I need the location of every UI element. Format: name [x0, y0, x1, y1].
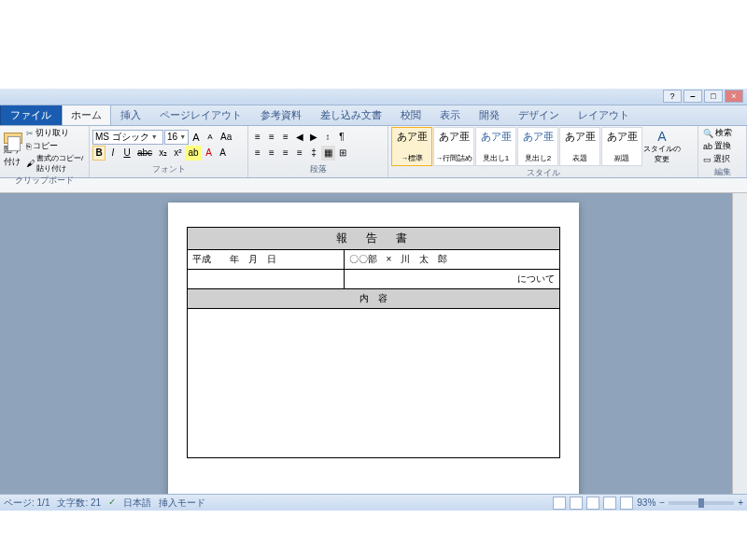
dec-indent-button[interactable]: ◀	[293, 130, 306, 145]
font-name-combo[interactable]: MS ゴシック▼	[92, 130, 163, 145]
status-words[interactable]: 文字数: 21	[57, 497, 101, 510]
style-nospacing[interactable]: あア亜→行間詰め	[433, 127, 474, 166]
ribbon-tabs: ファイル ホーム 挿入 ページレイアウト 参考資料 差し込み文書 校閲 表示 開…	[0, 105, 747, 126]
zoom-thumb[interactable]	[698, 498, 704, 508]
grow-font-button[interactable]: A	[190, 130, 203, 145]
shading-button[interactable]: ▦	[321, 146, 335, 161]
change-case-button[interactable]: Aa	[218, 130, 234, 145]
date-cell[interactable]: 平成 年 月 日	[188, 250, 345, 270]
bold-button[interactable]: B	[92, 146, 106, 161]
report-table[interactable]: 報 告 書 平成 年 月 日 〇〇部 × 川 太 郎 について 内 容	[187, 227, 560, 458]
borders-button[interactable]: ⊞	[336, 146, 349, 161]
view-web-button[interactable]	[586, 497, 599, 510]
tab-file[interactable]: ファイル	[0, 105, 62, 125]
contents-body-cell[interactable]	[188, 309, 560, 458]
show-marks-button[interactable]: ¶	[335, 130, 348, 145]
strike-button[interactable]: abc	[134, 146, 155, 161]
underline-button[interactable]: U	[120, 146, 134, 161]
highlight-button[interactable]: ab	[185, 146, 201, 161]
vertical-scrollbar[interactable]	[732, 193, 747, 529]
tab-developer[interactable]: 開発	[470, 105, 509, 125]
bottom-whitespace	[0, 511, 747, 560]
font-color-button[interactable]: A	[203, 146, 216, 161]
zoom-in-button[interactable]: +	[738, 497, 743, 508]
group-label-clipboard: クリップボード	[3, 174, 86, 188]
tab-design[interactable]: デザイン	[509, 105, 569, 125]
style-title[interactable]: あア亜表題	[559, 127, 600, 166]
view-print-button[interactable]	[553, 497, 566, 510]
document-canvas[interactable]: 報 告 書 平成 年 月 日 〇〇部 × 川 太 郎 について 内 容	[0, 193, 747, 529]
sort-button[interactable]: ↕	[321, 130, 334, 145]
status-page[interactable]: ページ: 1/1	[4, 497, 49, 510]
help-button[interactable]: ?	[663, 90, 682, 103]
char-shading-button[interactable]: A	[217, 146, 230, 161]
close-button[interactable]: ×	[725, 90, 743, 103]
font-size-combo[interactable]: 16▼	[164, 130, 189, 145]
copy-icon: ⎘	[26, 142, 31, 151]
subscript-button[interactable]: x₂	[156, 146, 170, 161]
maximize-button[interactable]: □	[704, 90, 723, 103]
bullets-button[interactable]: ≡	[251, 130, 264, 145]
style-heading2[interactable]: あア亜見出し2	[517, 127, 558, 166]
tab-pagelayout[interactable]: ページレイアウト	[150, 105, 251, 125]
tab-references[interactable]: 参考資料	[251, 105, 311, 125]
brush-icon: 🖌	[26, 159, 35, 168]
top-whitespace	[0, 0, 747, 89]
cut-button[interactable]: ✂切り取り	[24, 127, 86, 139]
cursor-icon: ▭	[703, 155, 712, 164]
align-left-button[interactable]: ≡	[251, 146, 264, 161]
find-button[interactable]: 🔍検索	[701, 127, 734, 139]
paste-button[interactable]: 貼り付け	[3, 132, 23, 169]
style-normal[interactable]: あア亜→標準	[391, 127, 432, 166]
superscript-button[interactable]: x²	[171, 146, 184, 161]
tab-mailings[interactable]: 差し込み文書	[311, 105, 391, 125]
scissors-icon: ✂	[26, 129, 34, 138]
style-subtitle[interactable]: あア亜副題	[601, 127, 642, 166]
multilevel-button[interactable]: ≡	[279, 130, 292, 145]
align-right-button[interactable]: ≡	[279, 146, 292, 161]
change-styles-button[interactable]: A スタイルの 変更	[643, 128, 681, 165]
blank-cell[interactable]	[188, 270, 345, 289]
view-read-button[interactable]	[570, 497, 583, 510]
format-painter-button[interactable]: 🖌書式のコピー/貼り付け	[24, 153, 86, 174]
ruler[interactable]	[0, 178, 747, 193]
status-mode[interactable]: 挿入モード	[159, 497, 205, 510]
group-label-edit: 編集	[701, 165, 743, 179]
view-draft-button[interactable]	[620, 497, 633, 510]
chevron-down-icon: ▼	[179, 133, 186, 140]
line-spacing-button[interactable]: ‡	[307, 146, 320, 161]
status-proof-icon[interactable]: ✓	[108, 497, 116, 510]
numbering-button[interactable]: ≡	[265, 130, 278, 145]
style-heading1[interactable]: あア亜見出し1	[475, 127, 516, 166]
justify-button[interactable]: ≡	[293, 146, 306, 161]
doc-title-cell[interactable]: 報 告 書	[188, 228, 560, 250]
ribbon: 貼り付け ✂切り取り ⎘コピー 🖌書式のコピー/貼り付け クリップボード MS …	[0, 126, 747, 178]
tab-insert[interactable]: 挿入	[111, 105, 150, 125]
contents-header-cell[interactable]: 内 容	[188, 289, 560, 309]
replace-icon: ab	[703, 142, 712, 151]
group-label-styles: スタイル	[391, 166, 695, 180]
shrink-font-button[interactable]: A	[204, 130, 217, 145]
zoom-out-button[interactable]: −	[659, 497, 665, 508]
chevron-down-icon: ▼	[151, 133, 158, 140]
zoom-slider[interactable]	[669, 501, 734, 505]
view-outline-button[interactable]	[603, 497, 616, 510]
italic-button[interactable]: I	[106, 146, 120, 161]
copy-button[interactable]: ⎘コピー	[24, 140, 86, 152]
author-cell[interactable]: 〇〇部 × 川 太 郎	[344, 250, 559, 270]
paste-icon	[4, 133, 22, 144]
align-center-button[interactable]: ≡	[265, 146, 278, 161]
status-lang[interactable]: 日本語	[123, 497, 151, 510]
inc-indent-button[interactable]: ▶	[307, 130, 320, 145]
tab-view[interactable]: 表示	[430, 105, 470, 125]
zoom-value[interactable]: 93%	[637, 497, 655, 508]
tab-layout[interactable]: レイアウト	[569, 105, 639, 125]
page: 報 告 書 平成 年 月 日 〇〇部 × 川 太 郎 について 内 容	[168, 203, 579, 529]
title-bar: ? ‒ □ ×	[0, 89, 747, 105]
about-cell[interactable]: について	[344, 270, 559, 289]
replace-button[interactable]: ab置換	[701, 140, 734, 152]
select-button[interactable]: ▭選択	[701, 153, 734, 165]
minimize-button[interactable]: ‒	[684, 90, 702, 103]
tab-home[interactable]: ホーム	[62, 105, 111, 125]
tab-review[interactable]: 校閲	[391, 105, 430, 125]
